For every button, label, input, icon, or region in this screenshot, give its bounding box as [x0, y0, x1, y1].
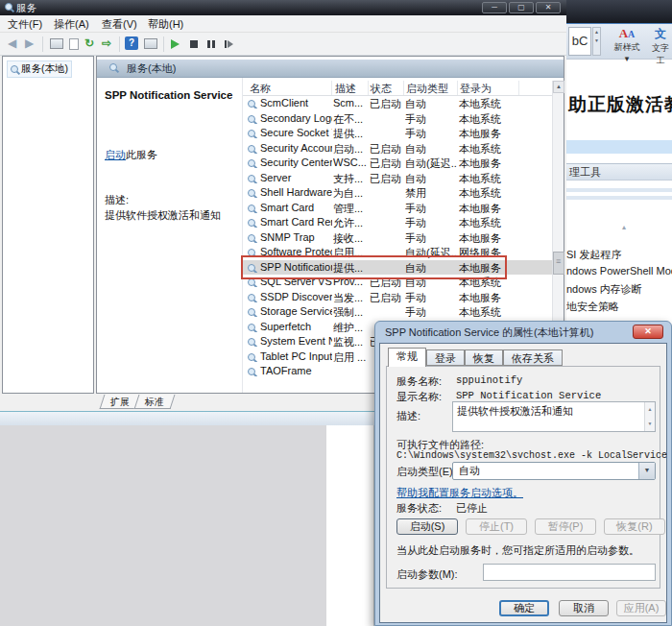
cell-startup-type: 手动	[405, 112, 457, 127]
restart-service-icon[interactable]	[225, 40, 227, 48]
cell-status: 已启动	[370, 142, 404, 156]
column-startup-type[interactable]: 启动类型	[406, 82, 448, 96]
maximize-button[interactable]: ▢	[509, 2, 534, 13]
start-params-input[interactable]	[483, 564, 656, 581]
tab-standard[interactable]: 标准	[134, 395, 176, 409]
list-header: 名称 描述 状态 启动类型 登录为	[243, 81, 552, 96]
pane-header: 服务(本地)	[97, 60, 564, 78]
column-description[interactable]: 描述	[335, 82, 356, 96]
pause-button[interactable]: 暂停(P)	[535, 518, 596, 535]
table-row[interactable]: Security Center WSC... 已启动 自动(延迟... 本地服务	[243, 156, 552, 171]
cell-logon-as: 本地系统	[459, 112, 526, 127]
minimize-button[interactable]: ─	[482, 2, 507, 13]
service-icon	[248, 175, 255, 182]
pause-service-icon[interactable]	[207, 40, 215, 48]
cell-logon-as: 本地服务	[459, 156, 526, 171]
background-white-strip	[326, 425, 374, 626]
close-button[interactable]: ✕	[536, 2, 561, 13]
menu-view[interactable]: 查看(V)	[102, 17, 137, 32]
dialog-close-button[interactable]: ✕	[633, 325, 663, 339]
export-list-icon[interactable]: ⇨	[102, 36, 111, 51]
resume-button[interactable]: 恢复(R)	[604, 518, 665, 535]
tab-dependencies[interactable]: 依存关系	[503, 349, 563, 366]
tab-logon[interactable]: 登录	[426, 349, 465, 366]
menu-help[interactable]: 帮助(H)	[148, 17, 183, 32]
tab-general[interactable]: 常规	[388, 348, 426, 367]
back-icon[interactable]: ◀	[8, 36, 16, 51]
cell-name: SNMP Trap	[248, 231, 332, 243]
console-tree-icon[interactable]	[50, 38, 63, 49]
column-status[interactable]: 状态	[371, 82, 392, 96]
description-field[interactable]: 提供软件授权激活和通知 ▲▼	[452, 401, 656, 432]
service-status-label: 服务状态:	[396, 501, 442, 516]
new-style-button[interactable]: AA 新样式 ▾	[611, 26, 643, 58]
table-row[interactable]: Secure Socket T... 提供... 手动 本地服务	[243, 126, 552, 141]
tab-recovery[interactable]: 恢复	[465, 349, 503, 366]
services-app-icon	[5, 3, 12, 11]
collapse-caret-icon: ▴	[622, 223, 626, 231]
cancel-button[interactable]: 取消	[559, 600, 609, 616]
service-icon	[248, 159, 255, 167]
start-service-link[interactable]: 启动	[105, 149, 126, 160]
forward-icon[interactable]: ▶	[25, 36, 34, 51]
table-row[interactable]: SNMP Trap 接收... 手动 本地服务	[243, 230, 552, 246]
table-row[interactable]: Server 支持... 已启动 自动 本地系统	[243, 171, 552, 186]
cell-description: Scm...	[333, 97, 368, 108]
new-window-icon[interactable]	[144, 38, 157, 49]
cell-name: ScmClient	[248, 97, 332, 108]
tree-item-services-local[interactable]: 服务(本地)	[7, 60, 72, 78]
column-logon-as[interactable]: 登录为	[460, 82, 492, 96]
menu-file[interactable]: 文件(F)	[8, 17, 42, 32]
document-highlight-band	[566, 140, 672, 154]
start-service-icon[interactable]	[171, 39, 180, 49]
cell-logon-as: 本地系统	[459, 186, 526, 201]
cell-description: 管理...	[333, 202, 368, 216]
ok-button[interactable]: 确定	[499, 600, 549, 616]
startup-type-select[interactable]: 自动 ▼	[452, 462, 656, 480]
service-name-label: 服务名称:	[396, 374, 442, 389]
admin-tool-item[interactable]: ndows 内存诊断	[566, 282, 672, 297]
table-row[interactable]: Smart Card 管理... 手动 本地服务	[243, 201, 552, 216]
text-tool-button[interactable]: 文 文字工	[649, 26, 672, 58]
cell-name: Smart Card	[248, 202, 332, 213]
titlebar[interactable]: 服务 ─ ▢ ✕	[0, 0, 566, 15]
stop-button[interactable]: 停止(T)	[466, 518, 527, 535]
cell-logon-as: 本地服务	[459, 291, 526, 305]
cell-startup-type: 手动	[405, 127, 457, 141]
startup-options-help-link[interactable]: 帮助我配置服务启动选项。	[396, 486, 523, 500]
window-title: 服务	[16, 2, 36, 15]
properties-icon[interactable]	[69, 38, 79, 50]
help-icon[interactable]: ?	[125, 36, 138, 50]
general-tab-page: 服务名称: sppuinotify 显示名称: SPP Notification…	[386, 366, 660, 589]
scrollbar-thumb[interactable]	[553, 252, 564, 275]
service-icon	[248, 145, 255, 153]
refresh-icon[interactable]: ↻	[84, 36, 94, 51]
table-row[interactable]: SSDP Discovery 当发... 已启动 手动 本地服务	[243, 290, 552, 305]
stop-service-icon[interactable]	[190, 40, 198, 48]
admin-tool-item[interactable]: 地安全策略	[566, 300, 672, 314]
cell-description: 接收...	[333, 231, 368, 246]
table-row[interactable]: Shell Hardware ... 为自... 禁用 本地系统	[243, 185, 552, 201]
service-name-value: sppuinotify	[456, 374, 522, 386]
properties-dialog: SPP Notification Service 的属性(本地计算机) ✕ 常规…	[374, 321, 672, 626]
style-gallery-preview[interactable]: bC	[568, 27, 591, 56]
table-row[interactable]: Secondary Logon 在不... 手动 本地系统	[243, 111, 552, 127]
apply-button[interactable]: 应用(A)	[616, 600, 666, 616]
admin-tool-item[interactable]: SI 发起程序	[566, 248, 672, 262]
start-button[interactable]: 启动(S)	[396, 518, 458, 535]
description-scrollbar[interactable]: ▲▼	[644, 402, 655, 431]
table-row[interactable]: ScmClient Scm... 已启动 自动 本地系统	[243, 96, 552, 111]
scroll-up-icon[interactable]: ▲	[553, 81, 564, 93]
column-name[interactable]: 名称	[250, 82, 271, 96]
cell-status: 已启动	[370, 291, 404, 305]
table-row[interactable]: Security Account... 启动... 已启动 自动 本地系统	[243, 141, 552, 156]
chevron-down-icon[interactable]: ▼	[638, 463, 655, 479]
table-row[interactable]: Storage Service 强制... 手动 本地系统	[243, 304, 552, 320]
menu-action[interactable]: 操作(A)	[54, 17, 89, 32]
display-name-label: 显示名称:	[396, 390, 442, 404]
table-row[interactable]: Smart Card Rem... 允许... 手动 本地系统	[243, 215, 552, 230]
description-text: 提供软件授权激活和通知	[105, 208, 237, 222]
style-gallery-scroll[interactable]: ▲▼	[592, 27, 601, 56]
admin-tool-item[interactable]: ndows PowerShell Modu	[566, 265, 672, 277]
cell-startup-type: 手动	[405, 202, 457, 216]
